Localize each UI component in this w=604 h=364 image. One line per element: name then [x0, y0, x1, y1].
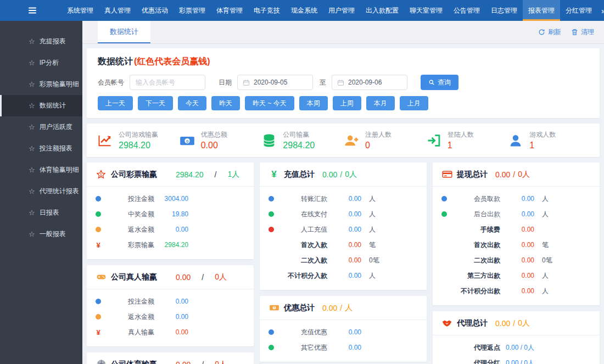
sidebar-item-recharge-report[interactable]: ☆ 充提报表	[0, 31, 82, 52]
tab-bar: 数据统计 刷新 清理	[82, 21, 604, 44]
quick-range-yesterday-today[interactable]: 昨天 ~ 今天	[245, 96, 294, 110]
refresh-icon	[538, 29, 545, 36]
nav-item-system[interactable]: 系统管理	[61, 0, 99, 21]
card-header: 1 公司彩票输赢 2984.20 / 1人	[87, 163, 254, 187]
quick-range-next-day[interactable]: 下一天	[138, 96, 173, 110]
login-icon	[426, 132, 442, 149]
nav-item-payment-config[interactable]: 出入款配置	[360, 0, 404, 21]
nav-item-cash[interactable]: 现金系统	[286, 0, 323, 21]
refresh-button[interactable]: 刷新	[538, 27, 561, 37]
nav-item-sports[interactable]: 体育管理	[211, 0, 248, 21]
sidebar-item-label: 投注额报表	[40, 144, 72, 153]
sidebar-item-user-activity[interactable]: ☆ 用户活跃度	[0, 116, 82, 138]
coins-icon	[261, 132, 277, 149]
trash-icon	[571, 29, 578, 36]
tab-data-stats[interactable]: 数据统计	[98, 21, 150, 43]
nav-item-live[interactable]: 真人管理	[99, 0, 136, 21]
column-3: 提现总计 0.00 / 0人 会员取款0.00人 后台出款0.00人 手续费0.…	[433, 163, 600, 364]
card-sports-winloss: 公司体育输赢 0.00 / 0人 投注金额0.00	[87, 352, 254, 364]
quick-range-last-month[interactable]: 上月	[400, 96, 428, 110]
sidebar-item-label: 数据统计	[40, 101, 66, 110]
nav-item-promo[interactable]: 优惠活动	[136, 0, 174, 21]
quick-range-last-week[interactable]: 上周	[333, 96, 361, 110]
clean-button[interactable]: 清理	[571, 27, 594, 37]
card-row: 代理分红0.00 / 0人	[441, 355, 591, 364]
svg-text:1: 1	[100, 172, 102, 176]
double-arrow-icon[interactable]: »	[597, 0, 604, 21]
sidebar-item-bet-report[interactable]: ☆ 投注额报表	[0, 138, 82, 159]
card-row: ¥真人输赢0.00	[96, 324, 245, 340]
sidebar: ☆ 充提报表 ☆ IP分析 ☆ 彩票输赢明细 ☆ 数据统计 ☆ 用户活跃度 ☆ …	[0, 21, 82, 364]
card-row: 充值优惠0.00	[269, 324, 418, 340]
card-row: ¥彩票输赢2984.20	[96, 237, 245, 253]
menu-icon[interactable]	[27, 0, 37, 21]
yen-icon: ¥	[96, 328, 101, 337]
sidebar-item-label: 充提报表	[40, 37, 66, 46]
card-row: 返水金额0.00	[96, 222, 245, 237]
card-title: 公司真人输赢	[111, 272, 157, 282]
star-icon: ☆	[29, 209, 35, 217]
dot-icon	[441, 211, 447, 217]
sidebar-item-sports-detail[interactable]: ☆ 体育输赢明细	[0, 159, 82, 181]
dot-icon	[269, 227, 274, 232]
card-withdraw-total: 提现总计 0.00 / 0人 会员取款0.00人 后台出款0.00人 手续费0.…	[433, 163, 600, 305]
sidebar-item-general-report[interactable]: ☆ 一般报表	[0, 223, 82, 245]
card-row: 中奖金额19.80	[96, 206, 245, 222]
dot-icon	[96, 314, 101, 320]
card-title: 公司体育输赢	[111, 360, 157, 364]
card-count: 0人	[215, 272, 227, 282]
card-header: 代理总计 0.00 / 0人	[433, 311, 600, 335]
sidebar-item-label: 彩票输赢明细	[40, 80, 79, 89]
star-icon: ☆	[29, 166, 35, 174]
card-row: 代理返点0.00 / 0人	[441, 340, 591, 355]
card-title: 充值总计	[284, 170, 315, 180]
card-row: 返水金额0.00	[96, 309, 245, 324]
sidebar-item-label: 日报表	[40, 208, 59, 217]
member-account-input[interactable]	[130, 75, 205, 90]
content-area: 数据统计(红色代表会员赢钱) 会员帐号 日期 2020-09-05 至 2020…	[82, 44, 604, 364]
quick-range-prev-day[interactable]: 上一天	[98, 96, 133, 110]
filter-row: 会员帐号 日期 2020-09-05 至 2020-09-06 查询	[98, 75, 589, 90]
sidebar-item-label: 一般报表	[40, 229, 66, 239]
card-amount: 0.00	[176, 360, 191, 364]
quick-range-this-month[interactable]: 本月	[366, 96, 395, 110]
search-icon	[428, 79, 435, 86]
nav-item-dividend[interactable]: 分红管理	[560, 0, 597, 21]
card-amount: 0.00	[495, 170, 510, 179]
date-label: 日期	[219, 78, 232, 87]
nav-item-lottery[interactable]: 彩票管理	[174, 0, 211, 21]
search-button[interactable]: 查询	[421, 75, 458, 90]
dot-icon	[269, 345, 274, 350]
sidebar-item-data-stats-active[interactable]: ☆ 数据统计	[0, 95, 82, 116]
date-from-input[interactable]: 2020-09-05	[237, 75, 313, 90]
top-navbar: 系统管理 真人管理 优惠活动 彩票管理 体育管理 电子竞技 现金系统 用户管理 …	[0, 0, 604, 21]
sidebar-item-daily-report[interactable]: ☆ 日报表	[0, 202, 82, 223]
member-account-label: 会员帐号	[98, 78, 124, 87]
card-row: 其它优惠0.00	[269, 340, 418, 355]
stats-strip: 公司游戏输赢2984.20 0 优惠总额0.00 公司输赢2984.20 注册人…	[87, 124, 600, 157]
sidebar-item-agent-report[interactable]: ☆ 代理统计报表	[0, 181, 82, 202]
sidebar-item-ip-analysis[interactable]: ☆ IP分析	[0, 52, 82, 74]
svg-text:0: 0	[273, 306, 275, 309]
sidebar-item-lottery-detail[interactable]: ☆ 彩票输赢明细	[0, 74, 82, 95]
star-icon: ☆	[29, 102, 35, 110]
quick-range-today[interactable]: 今天	[178, 96, 206, 110]
card-count: 0人	[518, 318, 530, 328]
star-icon: ☆	[29, 59, 35, 67]
card-title: 代理总计	[457, 318, 488, 328]
date-to-input[interactable]: 2020-09-06	[332, 75, 407, 90]
handshake-icon	[441, 318, 452, 329]
star-icon: ☆	[29, 187, 35, 195]
nav-item-chatroom[interactable]: 聊天室管理	[404, 0, 448, 21]
nav-item-reports-active[interactable]: 报表管理	[523, 0, 560, 21]
nav-item-logs[interactable]: 日志管理	[485, 0, 523, 21]
nav-item-users[interactable]: 用户管理	[323, 0, 360, 21]
soccer-ball-icon	[96, 359, 107, 364]
nav-item-esports[interactable]: 电子竞技	[248, 0, 286, 21]
quick-range-this-week[interactable]: 本周	[299, 96, 328, 110]
card-count: 1人	[228, 170, 240, 180]
card-lottery-winloss: 1 公司彩票输赢 2984.20 / 1人 投注金额3004.00 中奖金额19…	[87, 163, 254, 259]
card-row: 首次入款0.00笔	[269, 237, 418, 253]
nav-item-announce[interactable]: 公告管理	[448, 0, 485, 21]
quick-range-yesterday[interactable]: 昨天	[211, 96, 240, 110]
